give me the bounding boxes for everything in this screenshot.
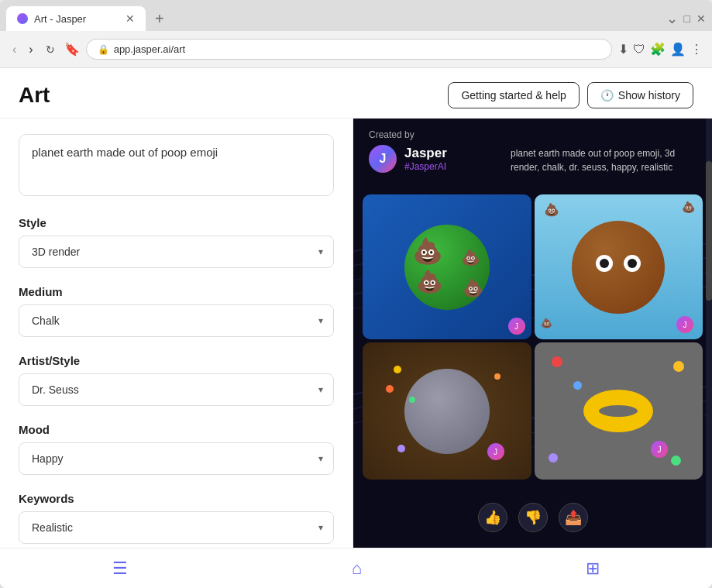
image-cell-1[interactable]: 💩 💩 💩 💩 J (363, 194, 531, 339)
keywords-label: Keywords (19, 492, 334, 505)
tab-title: Art - Jasper (34, 13, 119, 25)
created-by-section: Created by J Jasper #JasperAI planet ear… (353, 119, 712, 174)
jasper-name-group: Jasper #JasperAI (404, 146, 447, 172)
dot-5 (494, 373, 500, 380)
window-controls: ⌄ □ ✕ (666, 10, 706, 27)
lock-icon: 🔒 (98, 44, 109, 55)
ball-red (552, 356, 562, 367)
forward-button[interactable]: › (26, 40, 36, 60)
poop-emoji-1: 💩 (412, 236, 443, 266)
artist-select-wrapper: Dr. Seuss None Picasso Van Gogh Banksy M… (19, 373, 334, 406)
medium-label: Medium (19, 285, 334, 298)
profile-icon[interactable]: 👤 (670, 42, 686, 57)
getting-started-button[interactable]: Getting started & help (448, 82, 579, 108)
address-bar[interactable]: 🔒 app.jasper.ai/art (86, 39, 612, 60)
image-cell-2[interactable]: 💩 💩 💩 J (535, 194, 703, 339)
tab-close-button[interactable]: ✕ (126, 12, 135, 25)
show-history-label: Show history (618, 89, 680, 101)
address-text: app.jasper.ai/art (114, 43, 186, 55)
dot-4 (397, 445, 405, 452)
bookmark-button[interactable]: 🔖 (64, 42, 80, 57)
page-header: Art Getting started & help 🕐 Show histor… (0, 68, 712, 119)
pupil-right (628, 259, 637, 268)
mood-group: Mood Happy None Sad Dark Energetic Calm … (19, 423, 334, 475)
tab-bar: Art - Jasper ✕ + ⌄ □ ✕ (0, 0, 712, 31)
minimize-icon[interactable]: ⌄ (666, 10, 678, 27)
page: Art Getting started & help 🕐 Show histor… (0, 68, 712, 588)
created-by-label: Created by (369, 129, 697, 140)
thumbs-down-button[interactable]: 👎 (518, 503, 548, 532)
style-label: Style (19, 216, 334, 229)
dot-3 (409, 397, 415, 403)
image-grid: 💩 💩 💩 💩 J (353, 188, 712, 486)
medium-select[interactable]: Chalk None Oil Watercolor Pencil Digital (19, 304, 334, 337)
right-panel: Created by J Jasper #JasperAI planet ear… (353, 119, 712, 548)
mood-select[interactable]: Happy None Sad Dark Energetic Calm (19, 442, 334, 475)
show-history-button[interactable]: 🕐 Show history (587, 82, 693, 108)
keywords-select[interactable]: Realistic None Fantasy Abstract Vintage … (19, 511, 334, 544)
ball-purple (549, 453, 558, 462)
scrollbar-thumb[interactable] (706, 161, 712, 301)
thumbs-up-button[interactable]: 👍 (478, 503, 507, 532)
artist-group: Artist/Style Dr. Seuss None Picasso Van … (19, 354, 334, 406)
brand-info: J Jasper #JasperAI planet earth made out… (369, 145, 697, 174)
home-button[interactable]: ⌂ (352, 559, 362, 579)
jasper-brand: J Jasper #JasperAI (369, 145, 447, 173)
poop-emoji-2: 💩 (463, 278, 483, 298)
image-cell-3[interactable]: J (363, 342, 531, 480)
medium-select-wrapper: Chalk None Oil Watercolor Pencil Digital… (19, 304, 334, 337)
jasper-tag: #JasperAI (404, 161, 447, 172)
left-panel: planet earth made out of poop emoji Styl… (0, 119, 353, 548)
medium-group: Medium Chalk None Oil Watercolor Pencil … (19, 285, 334, 337)
main-layout: planet earth made out of poop emoji Styl… (0, 119, 712, 548)
header-actions: Getting started & help 🕐 Show history (448, 82, 693, 108)
back-button[interactable]: ‹ (9, 40, 19, 60)
grid-button[interactable]: ⊞ (586, 559, 600, 579)
prompt-display-text: planet earth made out of poop emoji, 3d … (511, 145, 697, 174)
image-badge-1: J (508, 318, 525, 335)
planet-1: 💩 💩 💩 💩 (404, 225, 490, 310)
mood-select-wrapper: Happy None Sad Dark Energetic Calm ▾ (19, 442, 334, 475)
action-bar: 👍 👎 📤 (353, 495, 712, 540)
menu-icon[interactable]: ⋮ (690, 42, 703, 57)
artist-select[interactable]: Dr. Seuss None Picasso Van Gogh Banksy M… (19, 373, 334, 406)
floating-poop-2: 💩 (541, 318, 552, 328)
jasper-logo: J (369, 145, 397, 173)
ball-green (671, 456, 681, 466)
image-badge-2: J (676, 316, 693, 333)
ball-blue (573, 381, 582, 390)
getting-started-label: Getting started & help (461, 89, 566, 101)
planet-2 (572, 221, 665, 314)
image-cell-4[interactable]: J (535, 342, 703, 480)
yellow-torus (583, 390, 653, 432)
extensions-icon[interactable]: 🧩 (650, 42, 666, 57)
maximize-icon[interactable]: □ (684, 12, 690, 25)
menu-button[interactable]: ☰ (112, 559, 128, 579)
prompt-input[interactable]: planet earth made out of poop emoji (19, 134, 334, 196)
close-icon[interactable]: ✕ (697, 12, 706, 25)
image-badge-4: J (651, 441, 668, 458)
poop-emoji-3: 💩 (461, 248, 480, 266)
dot-1 (394, 366, 401, 373)
style-group: Style 3D render None Photorealistic Anim… (19, 216, 334, 268)
download-icon[interactable]: ⬇ (618, 42, 628, 57)
page-title: Art (19, 83, 50, 108)
style-select[interactable]: 3D render None Photorealistic Anime Oil … (19, 236, 334, 268)
floating-poop-1: 💩 (544, 202, 559, 217)
nav-actions: ⬇ 🛡 🧩 👤 ⋮ (618, 42, 703, 57)
dot-2 (386, 385, 394, 393)
history-icon: 🕐 (600, 89, 614, 101)
jasper-name: Jasper (404, 146, 447, 161)
planet-3 (404, 369, 490, 454)
share-button[interactable]: 📤 (559, 503, 588, 532)
scrollbar-track (706, 119, 712, 548)
pupil-left (600, 259, 609, 268)
new-tab-button[interactable]: + (149, 10, 170, 28)
active-tab[interactable]: Art - Jasper ✕ (6, 6, 146, 31)
grid-icon: ⊞ (586, 559, 600, 579)
menu-icon: ☰ (112, 559, 128, 579)
floating-poop-3: 💩 (682, 201, 695, 213)
style-select-wrapper: 3D render None Photorealistic Anime Oil … (19, 236, 334, 268)
refresh-button[interactable]: ↻ (43, 40, 58, 59)
shield-icon[interactable]: 🛡 (633, 43, 645, 57)
